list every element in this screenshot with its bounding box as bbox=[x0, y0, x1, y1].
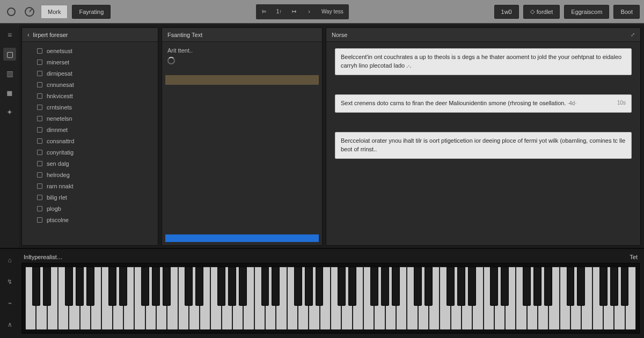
black-key[interactable] bbox=[392, 267, 400, 306]
card-text: Bercceloiat orater ynou ihalt tilr is oo… bbox=[341, 137, 625, 152]
black-key[interactable] bbox=[523, 267, 531, 306]
dock-right-label[interactable]: Tet bbox=[630, 254, 638, 260]
black-key[interactable] bbox=[43, 267, 51, 306]
text-selection-bar[interactable] bbox=[165, 75, 319, 85]
browser-item[interactable]: sen dalg bbox=[22, 158, 158, 169]
rail-block-icon[interactable]: ◼ bbox=[3, 86, 16, 99]
transport-item-3[interactable]: ↦ bbox=[288, 6, 300, 17]
toolbar-right-btn-3[interactable]: Eggraiscom bbox=[564, 5, 609, 19]
browser-item[interactable]: plogb bbox=[22, 203, 158, 214]
browser-item[interactable]: oenetsust bbox=[22, 45, 158, 56]
keyboard-dock: ⌂ ↯ ⌁ ∧ Inltyperealist… Tet bbox=[0, 248, 644, 338]
rail-grid-icon[interactable]: ▥ bbox=[3, 67, 16, 80]
browser-item[interactable]: minerset bbox=[22, 56, 158, 68]
note-card[interactable]: 10sSext crenens doto csrns to firan the … bbox=[335, 94, 632, 113]
meter-icon[interactable] bbox=[23, 5, 36, 19]
black-key[interactable] bbox=[577, 267, 585, 306]
toolbar-right-btn-2[interactable]: ◇ fordlet bbox=[523, 5, 560, 19]
black-key[interactable] bbox=[425, 267, 433, 306]
browser-item[interactable]: cnnunesat bbox=[22, 79, 158, 90]
black-key[interactable] bbox=[163, 267, 171, 306]
dock-home-icon[interactable]: ⌂ bbox=[4, 254, 16, 266]
black-key[interactable] bbox=[195, 267, 203, 306]
browser-item[interactable]: conyritatig bbox=[22, 146, 158, 158]
rail-menu-icon[interactable]: ≡ bbox=[3, 28, 16, 41]
black-key[interactable] bbox=[567, 267, 575, 306]
black-key[interactable] bbox=[294, 267, 302, 306]
dock-collapse-icon[interactable]: ∧ bbox=[4, 319, 16, 330]
black-key[interactable] bbox=[370, 267, 378, 306]
expand-icon[interactable]: ⤢ bbox=[631, 32, 635, 38]
item-icon bbox=[37, 48, 42, 54]
browser-item[interactable]: hnkvicestt bbox=[22, 90, 158, 101]
black-key[interactable] bbox=[239, 267, 247, 306]
piano-wrap bbox=[21, 263, 640, 334]
black-key[interactable] bbox=[490, 267, 498, 306]
black-key[interactable] bbox=[610, 267, 618, 306]
progress-bar[interactable] bbox=[165, 234, 319, 242]
browser-item[interactable]: bilig rlet bbox=[22, 192, 158, 203]
browser-item-label: hnkvicestt bbox=[47, 93, 73, 99]
black-key[interactable] bbox=[152, 267, 160, 306]
black-key[interactable] bbox=[305, 267, 313, 306]
browser-item[interactable]: helrodeg bbox=[22, 169, 158, 180]
black-key[interactable] bbox=[228, 267, 236, 306]
black-key[interactable] bbox=[447, 267, 455, 306]
dock-zap-icon[interactable]: ↯ bbox=[4, 276, 16, 288]
black-key[interactable] bbox=[65, 267, 73, 306]
note-card[interactable]: Bercceloiat orater ynou ihalt tilr is oo… bbox=[335, 132, 632, 159]
browser-item[interactable]: rarn nnakt bbox=[22, 180, 158, 192]
black-key[interactable] bbox=[501, 267, 509, 306]
item-icon bbox=[37, 195, 42, 200]
black-key[interactable] bbox=[544, 267, 552, 306]
black-key[interactable] bbox=[316, 267, 324, 306]
black-key[interactable] bbox=[272, 267, 280, 306]
browser-item[interactable]: dirnipesat bbox=[22, 68, 158, 79]
note-card[interactable]: Beelccent'in ont couchrates a up to theo… bbox=[335, 48, 632, 75]
black-key[interactable] bbox=[338, 267, 346, 306]
toolbar-right-btn-1[interactable]: 1w0 bbox=[494, 5, 519, 19]
black-key[interactable] bbox=[185, 267, 193, 306]
browser-header[interactable]: Iirpert foreser bbox=[22, 28, 158, 42]
browser-item[interactable]: nenetelsn bbox=[22, 113, 158, 124]
piano-keyboard[interactable] bbox=[25, 267, 636, 330]
black-key[interactable] bbox=[119, 267, 127, 306]
item-icon bbox=[37, 71, 42, 76]
browser-item[interactable]: crntsinets bbox=[22, 101, 158, 113]
toolbar-button-a[interactable]: Mork bbox=[41, 5, 68, 19]
black-key[interactable] bbox=[108, 267, 116, 306]
black-key[interactable] bbox=[621, 267, 629, 306]
black-key[interactable] bbox=[414, 267, 422, 306]
black-key[interactable] bbox=[348, 267, 356, 306]
black-key[interactable] bbox=[217, 267, 225, 306]
black-key[interactable] bbox=[468, 267, 476, 306]
transport-item-2[interactable]: 1↑ bbox=[273, 6, 285, 17]
toolbar-button-b[interactable]: Fayrating bbox=[72, 5, 111, 19]
black-key[interactable] bbox=[599, 267, 608, 306]
toolbar-right-btn-4[interactable]: Boot bbox=[613, 5, 640, 19]
browser-item[interactable]: ptscolne bbox=[22, 214, 158, 225]
item-icon bbox=[37, 172, 42, 178]
transport-item-4[interactable]: › bbox=[303, 6, 315, 17]
rail-star-icon[interactable]: ✦ bbox=[3, 106, 16, 119]
notes-panel: Norse ⤢ Beelccent'in ont couchrates a up… bbox=[326, 27, 641, 246]
text-panel-subline: Arit ttent.. bbox=[167, 47, 317, 54]
dock-wave-icon[interactable]: ⌁ bbox=[4, 297, 16, 309]
transport-label[interactable]: Way tess bbox=[318, 6, 347, 17]
browser-item[interactable]: consnattrd bbox=[22, 135, 158, 146]
black-key[interactable] bbox=[76, 267, 84, 306]
text-panel-header: Fsanting Text bbox=[162, 28, 322, 42]
browser-item[interactable]: dinnmet bbox=[22, 124, 158, 135]
black-key[interactable] bbox=[381, 267, 389, 306]
black-key[interactable] bbox=[86, 267, 94, 306]
black-key[interactable] bbox=[533, 267, 541, 306]
black-key[interactable] bbox=[141, 267, 149, 306]
transport-item-1[interactable]: ⊨ bbox=[258, 6, 270, 17]
instrument-name[interactable]: Inltyperealist… bbox=[24, 254, 63, 260]
black-key[interactable] bbox=[457, 267, 465, 306]
notes-title: Norse bbox=[332, 32, 347, 38]
black-key[interactable] bbox=[32, 267, 40, 306]
rail-browser-icon[interactable]: ▢ bbox=[3, 48, 16, 61]
black-key[interactable] bbox=[261, 267, 269, 306]
text-panel-body[interactable]: Arit ttent.. bbox=[162, 42, 322, 245]
